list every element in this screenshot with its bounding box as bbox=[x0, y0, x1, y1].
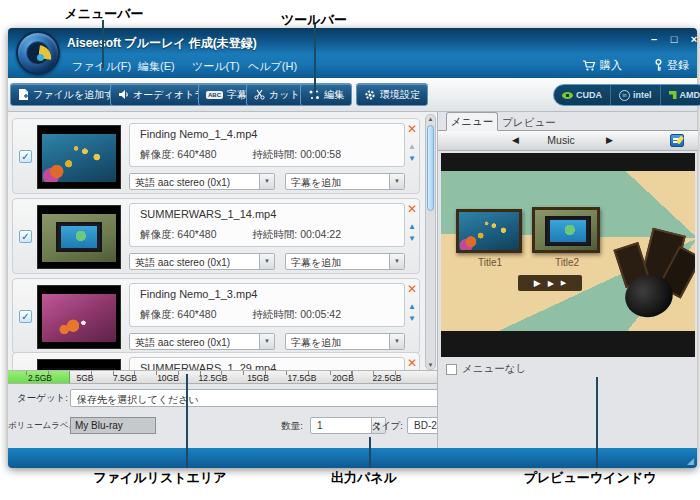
play-icon[interactable]: ▶ bbox=[561, 279, 566, 287]
tab-preview[interactable]: プレビュー bbox=[500, 114, 558, 131]
maximize-button[interactable]: □ bbox=[666, 32, 682, 46]
file-list-item: ✓ Finding Nemo_1_4.mp4 解像度: 640*480 持続時間… bbox=[12, 118, 420, 194]
item-checkbox[interactable]: ✓ bbox=[19, 230, 32, 243]
subtitle-select[interactable]: 字幕を追加 ▼ bbox=[285, 333, 405, 350]
annotation-line-menu-bar bbox=[102, 20, 104, 68]
play-icon[interactable]: ▶ bbox=[548, 279, 554, 288]
file-meta: 解像度: 640*480 持続時間: 00:04:22 bbox=[140, 228, 341, 242]
delete-icon[interactable]: ✕ bbox=[407, 283, 417, 295]
minimize-button[interactable]: – bbox=[646, 32, 662, 46]
audio-track-select[interactable]: 英語 aac stereo (0x1) ▼ bbox=[129, 333, 275, 350]
menu-edit[interactable]: 編集(E) bbox=[138, 59, 175, 74]
item-checkbox[interactable]: ✓ bbox=[19, 150, 32, 163]
capacity-tick-label: 2.5GB bbox=[28, 373, 52, 383]
chevron-down-icon[interactable]: ▼ bbox=[259, 334, 274, 349]
add-file-icon bbox=[18, 88, 29, 101]
subtitle-value: 字幕を追加 bbox=[291, 256, 341, 270]
thumbnail-image bbox=[42, 214, 116, 262]
no-menu-checkbox[interactable] bbox=[446, 364, 457, 375]
menu-help[interactable]: ヘルプ(H) bbox=[248, 59, 297, 74]
annotation-line-preview-window bbox=[596, 377, 598, 468]
intel-badge[interactable]: in intel bbox=[610, 85, 660, 105]
audio-track-select[interactable]: 英語 aac stereo (0x1) ▼ bbox=[129, 253, 275, 270]
subtitle-label: 字幕 bbox=[227, 88, 247, 102]
menu-tools[interactable]: ツール(T) bbox=[192, 59, 240, 74]
volume-input[interactable]: My Blu-ray bbox=[70, 417, 156, 434]
chevron-down-icon[interactable]: ▼ bbox=[259, 174, 274, 189]
scrollbar-thumb[interactable] bbox=[427, 125, 434, 211]
quantity-value: 1 bbox=[317, 420, 323, 431]
thumbnail-screen bbox=[61, 226, 97, 248]
edit-label: 編集 bbox=[324, 88, 344, 102]
audio-track-value: 英語 aac stereo (0x1) bbox=[135, 256, 230, 270]
register-button[interactable]: 登録 bbox=[654, 58, 689, 73]
subtitle-select[interactable]: 字幕を追加 ▼ bbox=[285, 173, 405, 190]
menu-title1-thumbnail[interactable] bbox=[456, 209, 522, 253]
move-up-icon[interactable]: ▲ bbox=[408, 223, 416, 231]
scroll-up-icon[interactable]: ▲ bbox=[426, 116, 435, 122]
delete-icon[interactable]: ✕ bbox=[407, 203, 417, 215]
duration-label: 持続時間: bbox=[252, 308, 297, 320]
cuda-badge[interactable]: CUDA bbox=[554, 85, 610, 105]
file-meta: 解像度: 640*480 持続時間: 00:05:42 bbox=[140, 308, 341, 322]
move-up-icon[interactable]: ▲ bbox=[408, 143, 416, 151]
resolution-label: 解像度: bbox=[140, 228, 174, 240]
scissors-icon bbox=[254, 89, 265, 100]
capacity-tick-label: 22.5GB bbox=[373, 373, 402, 383]
app-window: Aiseesoft ブルーレイ 作成(未登録) – □ × ファイル(F) 編集… bbox=[8, 28, 697, 468]
screenshot-page: メニューバー ツールバー ファイルリストエリア 出力パネル プレビューウインドウ… bbox=[0, 0, 700, 500]
move-up-icon[interactable]: ▲ bbox=[408, 303, 416, 311]
tab-menu[interactable]: メニュー bbox=[446, 112, 498, 131]
previous-template-icon[interactable]: ◀ bbox=[512, 135, 519, 145]
app-logo-dot bbox=[37, 54, 44, 61]
edit-button[interactable]: 編集 bbox=[300, 83, 352, 106]
purchase-button[interactable]: 購入 bbox=[582, 58, 622, 73]
chevron-down-icon[interactable]: ▼ bbox=[259, 254, 274, 269]
file-list-scrollbar[interactable]: ▲ ▼ bbox=[425, 114, 436, 370]
resize-grip-icon[interactable]: ◢ bbox=[687, 457, 694, 466]
target-value: 保存先を選択してください bbox=[77, 393, 199, 407]
video-thumbnail bbox=[37, 205, 121, 269]
amd-badge[interactable]: AMD bbox=[660, 85, 700, 105]
menu-title2-thumbnail[interactable] bbox=[532, 207, 600, 253]
delete-icon[interactable]: ✕ bbox=[407, 123, 417, 135]
chevron-down-icon[interactable]: ▼ bbox=[389, 334, 404, 349]
thumbnail-screen bbox=[550, 220, 586, 242]
capacity-tick-label: 17.5GB bbox=[288, 373, 317, 383]
key-icon bbox=[654, 59, 663, 72]
play-icon[interactable]: ▶ bbox=[534, 278, 541, 288]
annotation-menu-bar: メニューバー bbox=[64, 5, 143, 23]
file-meta: 解像度: 640*480 持続時間: 00:00:58 bbox=[140, 148, 341, 162]
close-button[interactable]: × bbox=[686, 32, 700, 46]
move-down-icon[interactable]: ▼ bbox=[408, 315, 416, 323]
move-down-icon[interactable]: ▼ bbox=[408, 235, 416, 243]
amd-label: AMD bbox=[680, 90, 700, 100]
next-template-icon[interactable]: ▶ bbox=[606, 135, 613, 145]
menu-playbar[interactable]: ▶ ▶ ▶ bbox=[518, 275, 582, 291]
delete-icon[interactable]: ✕ bbox=[407, 357, 417, 369]
chevron-down-icon[interactable]: ▼ bbox=[389, 254, 404, 269]
subtitle-value: 字幕を追加 bbox=[291, 336, 341, 350]
capacity-tick-label: 15GB bbox=[247, 373, 269, 383]
cut-button[interactable]: カット bbox=[246, 83, 308, 106]
title-bar: Aiseesoft ブルーレイ 作成(未登録) – □ × ファイル(F) 編集… bbox=[8, 28, 697, 78]
duration-value: 00:04:22 bbox=[300, 228, 341, 240]
capacity-tick-label: 7.5GB bbox=[113, 373, 137, 383]
audio-track-select[interactable]: 英語 aac stereo (0x1) ▼ bbox=[129, 173, 275, 190]
app-logo-core bbox=[26, 41, 50, 65]
scroll-down-icon[interactable]: ▼ bbox=[426, 362, 435, 368]
item-info-card: Finding Nemo_1_3.mp4 解像度: 640*480 持続時間: … bbox=[129, 283, 405, 327]
purchase-label: 購入 bbox=[600, 58, 622, 73]
move-down-icon[interactable]: ▼ bbox=[408, 155, 416, 163]
preferences-button[interactable]: 環境設定 bbox=[356, 83, 428, 106]
annotation-line-toolbar bbox=[314, 24, 316, 98]
speaker-icon bbox=[118, 89, 129, 100]
item-checkbox[interactable]: ✓ bbox=[19, 310, 32, 323]
volume-label: ボリュームラベル: bbox=[8, 420, 66, 432]
edit-menu-icon[interactable] bbox=[670, 134, 684, 147]
type-label: タイプ: bbox=[368, 420, 403, 433]
video-thumbnail bbox=[37, 359, 121, 370]
chevron-down-icon[interactable]: ▼ bbox=[389, 174, 404, 189]
preview-tab-bar: メニュー プレビュー bbox=[438, 112, 698, 131]
subtitle-select[interactable]: 字幕を追加 ▼ bbox=[285, 253, 405, 270]
